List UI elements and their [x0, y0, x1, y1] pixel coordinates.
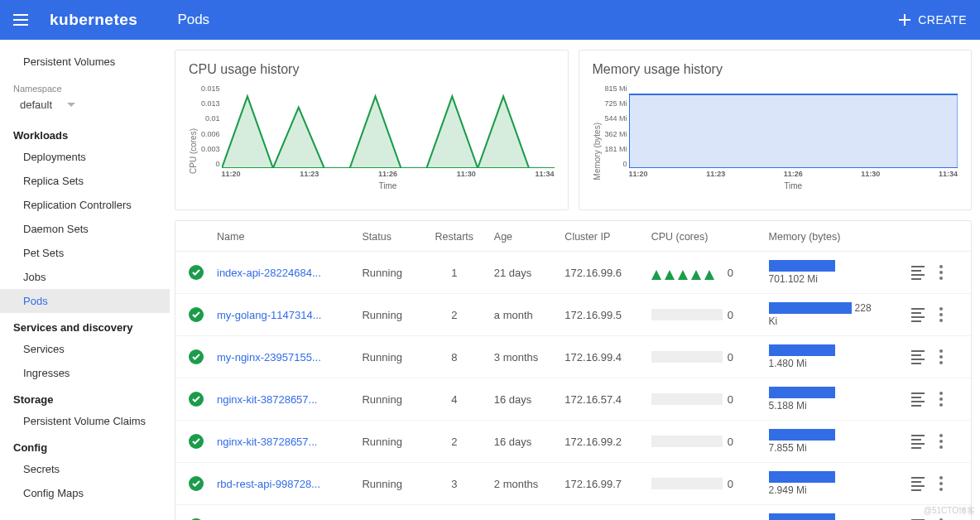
page-title: Pods — [177, 12, 209, 28]
sidebar-item-pods[interactable]: Pods — [0, 289, 170, 313]
cpu-xaxis: 11:2011:2311:2611:3011:34 — [222, 168, 555, 178]
pod-cluster-ip: 172.16.99.8 — [558, 505, 644, 521]
more-icon[interactable] — [939, 349, 943, 364]
col-restarts[interactable]: Restarts — [421, 221, 488, 252]
logs-icon[interactable] — [911, 308, 925, 322]
storage-heading[interactable]: Storage — [0, 385, 170, 409]
more-icon[interactable] — [939, 307, 943, 322]
sidebar-item-config-maps[interactable]: Config Maps — [0, 481, 170, 505]
pod-link[interactable]: nginx-kit-38728657... — [217, 393, 317, 406]
table-row: my-nginx-23957155...Running83 months172.… — [175, 336, 971, 378]
pods-table-card: Name Status Restarts Age Cluster IP CPU … — [175, 220, 972, 520]
sidebar-item-pet-sets[interactable]: Pet Sets — [0, 241, 170, 265]
pod-cluster-ip: 172.16.99.6 — [558, 252, 644, 294]
pod-age: 2 months — [488, 505, 559, 521]
chevron-down-icon — [67, 103, 75, 108]
memory-yaxis: 815 Mi725 Mi544 Mi362 Mi181 Mi0 — [605, 85, 629, 168]
col-cluster-ip[interactable]: Cluster IP — [558, 221, 644, 252]
col-name[interactable]: Name — [210, 221, 355, 252]
memory-value: 2.949 Mi — [769, 484, 898, 496]
cpu-xlabel: Time — [222, 178, 555, 190]
memory-value: 701.102 Mi — [769, 273, 898, 285]
memory-plot — [629, 85, 958, 168]
sidebar-item-replica-sets[interactable]: Replica Sets — [0, 169, 170, 193]
memory-bar — [769, 387, 835, 398]
more-icon[interactable] — [939, 265, 943, 280]
pod-status: Running — [355, 505, 420, 521]
pod-restarts: 3 — [421, 505, 488, 521]
logs-icon[interactable] — [911, 350, 925, 364]
memory-value: 7.855 Mi — [769, 442, 898, 454]
logs-icon[interactable] — [911, 392, 925, 407]
namespace-select[interactable]: default — [0, 95, 170, 121]
pod-status: Running — [355, 378, 420, 421]
pod-cluster-ip: 172.16.99.7 — [558, 463, 644, 505]
pod-link[interactable]: my-golang-1147314... — [217, 309, 321, 321]
col-cpu[interactable]: CPU (cores) — [645, 221, 762, 252]
pod-restarts: 1 — [421, 252, 488, 294]
memory-value: 5.188 Mi — [769, 400, 898, 412]
col-memory[interactable]: Memory (bytes) — [762, 221, 905, 252]
app-logo: kubernetes — [50, 11, 137, 29]
pod-cluster-ip: 172.16.99.5 — [558, 294, 644, 336]
pod-restarts: 3 — [421, 463, 488, 505]
pod-restarts: 4 — [421, 378, 488, 421]
table-row: index-api-28224684...Running121 days172.… — [175, 252, 971, 294]
pod-status: Running — [355, 252, 420, 294]
col-age[interactable]: Age — [488, 221, 559, 252]
pod-cluster-ip: 172.16.57.4 — [558, 378, 644, 421]
pod-age: 16 days — [488, 421, 559, 463]
cpu-sparkline — [651, 265, 723, 280]
sidebar-item-services[interactable]: Services — [0, 337, 170, 361]
sidebar-item-deployments[interactable]: Deployments — [0, 145, 170, 169]
workloads-heading[interactable]: Workloads — [0, 121, 170, 145]
cpu-plot — [222, 85, 555, 168]
pod-age: 21 days — [488, 252, 559, 294]
memory-bar — [769, 344, 835, 356]
pod-age: a month — [488, 294, 559, 336]
cpu-value: 0 — [728, 436, 733, 448]
sidebar-item-jobs[interactable]: Jobs — [0, 265, 170, 289]
cpu-chart-title: CPU usage history — [189, 62, 555, 77]
more-icon[interactable] — [939, 392, 943, 407]
cpu-bar — [651, 478, 723, 489]
pod-link[interactable]: rbd-rest-api-998728... — [217, 478, 320, 490]
pod-age: 16 days — [488, 378, 559, 421]
sidebar-item-secrets[interactable]: Secrets — [0, 457, 170, 481]
pod-link[interactable]: index-api-28224684... — [217, 267, 321, 279]
logs-icon[interactable] — [911, 266, 925, 280]
cpu-value: 0 — [728, 393, 733, 406]
logs-icon[interactable] — [911, 435, 925, 449]
watermark: @51CTO博客 — [924, 505, 975, 517]
sidebar-item-replication-controllers[interactable]: Replication Controllers — [0, 193, 170, 217]
status-ok-icon — [189, 392, 204, 407]
memory-bar — [769, 471, 835, 483]
table-row: rbd-rest-api-998728...Running32 months17… — [175, 463, 971, 505]
sidebar-item-ingresses[interactable]: Ingresses — [0, 361, 170, 385]
pod-link[interactable]: nginx-kit-38728657... — [217, 436, 317, 448]
namespace-label: Namespace — [0, 74, 170, 95]
pod-age: 2 months — [488, 463, 559, 505]
config-heading[interactable]: Config — [0, 433, 170, 457]
status-ok-icon — [189, 265, 204, 280]
more-icon[interactable] — [939, 434, 943, 449]
services-heading[interactable]: Services and discovery — [0, 313, 170, 337]
cpu-value: 0 — [728, 309, 733, 321]
cpu-yaxis: 0.0150.0130.010.0060.0030 — [201, 85, 222, 168]
table-row: nginx-kit-38728657...Running416 days172.… — [175, 378, 971, 421]
memory-ylabel: Memory (bytes) — [593, 106, 602, 180]
more-icon[interactable] — [939, 476, 943, 491]
pod-link[interactable]: my-nginx-23957155... — [217, 351, 321, 364]
menu-icon[interactable] — [13, 10, 33, 30]
sidebar-item-pvc[interactable]: Persistent Volume Claims — [0, 409, 170, 433]
status-ok-icon — [189, 434, 204, 449]
create-button[interactable]: CREATE — [898, 13, 967, 26]
logs-icon[interactable] — [911, 477, 925, 491]
pod-restarts: 2 — [421, 421, 488, 463]
app-header: kubernetes Pods CREATE — [0, 0, 980, 40]
col-status[interactable]: Status — [355, 221, 420, 252]
memory-xaxis: 11:2011:2311:2611:3011:34 — [629, 168, 958, 178]
table-row: nginx-kit-38728657...Running216 days172.… — [175, 421, 971, 463]
sidebar-item-persistent-volumes[interactable]: Persistent Volumes — [0, 50, 170, 74]
sidebar-item-daemon-sets[interactable]: Daemon Sets — [0, 217, 170, 241]
